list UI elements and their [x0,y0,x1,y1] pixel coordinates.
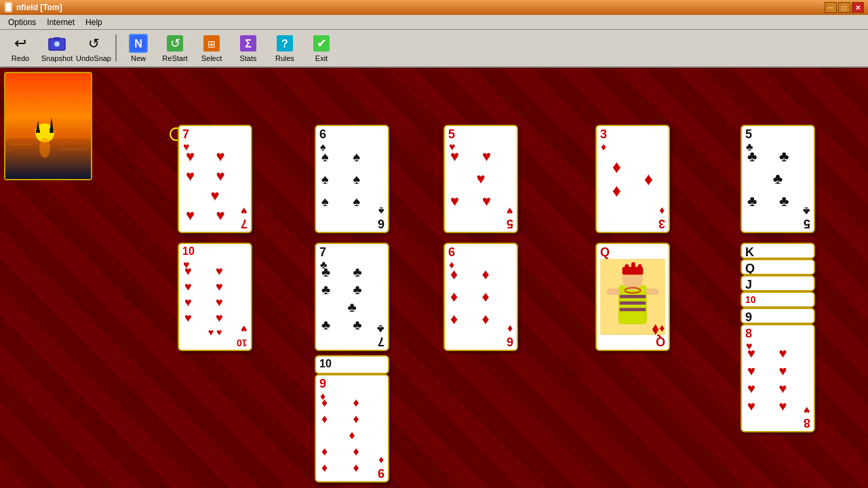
exit-button[interactable]: ✔ Exit [304,31,339,65]
redo-button[interactable]: ↩ Redo [3,31,38,65]
svg-rect-31 [620,302,646,305]
card-pips: ♣♣ ♣♣ ♣ ♣♣ [321,264,382,329]
svg-text:Σ: Σ [245,38,252,49]
card-suit-br: ♥ [804,404,810,416]
stats-icon: Σ [239,34,258,53]
card-10-hearts[interactable]: 10 ♥ ♥♥ ♥♥ ♥♥ ♥♥ ♥ ♥ 10 ♥ [178,243,252,351]
card-queen-diamonds[interactable]: Q ♦ [595,243,670,351]
card-suit-br: ♣ [803,205,810,217]
title-icon: 🂠 [4,3,12,12]
card-rank: 10 [745,295,756,304]
card-suit-br: ♥ [241,205,248,217]
card-rank: 5 [448,128,455,140]
card-rank-br: 7 [241,218,248,230]
rules-icon: ? [275,34,294,53]
card-suit-br: ♠ [378,205,384,217]
card-6-diamonds[interactable]: 6 ♦ ♦♦ ♦♦ ♦♦ 6 ♦ [443,243,518,351]
maximize-button[interactable]: □ [838,2,850,13]
svg-rect-30 [620,295,646,298]
card-rank: 8 [745,327,752,340]
card-rank: 7 [182,128,189,140]
select-icon: ⊞ [202,34,221,53]
card-queen-spades[interactable]: Q [741,259,815,275]
card-rank-br: 8 [804,417,810,429]
card-rank-br: 5 [804,218,810,230]
redo-label: Redo [12,54,29,62]
svg-text:?: ? [281,38,288,49]
menu-internet[interactable]: Internet [41,16,80,28]
snapshot-button[interactable]: Snapshot [39,31,75,65]
menu-help[interactable]: Help [80,16,108,28]
card-suit-br: ♣ [377,323,384,335]
card-pips: ♥♥ ♥♥ ♥♥ ♥♥ ♥ ♥ [184,264,245,329]
select-label: Select [201,54,222,62]
select-button[interactable]: ⊞ Select [194,31,229,65]
svg-rect-40 [646,289,658,296]
menu-options[interactable]: Options [3,16,41,28]
stats-button[interactable]: Σ Stats [231,31,266,65]
svg-rect-2 [54,37,60,40]
card-rank-br: 5 [507,218,513,230]
title-text: nfield [Tom] [16,3,62,12]
svg-text:✔: ✔ [317,37,327,50]
card-pips: ♦ ♦ ♦ [602,146,663,211]
card-rank: 10 [319,359,332,369]
svg-text:N: N [134,38,142,49]
svg-text:↺: ↺ [170,37,180,50]
card-suit-br: ♦ [659,205,665,217]
new-button[interactable]: N New [121,31,156,65]
card-5-hearts[interactable]: 5 ♥ ♥♥ ♥ ♥♥ 5 ♥ [443,125,518,233]
card-rank: 3 [600,128,607,140]
card-rank-br: 3 [658,218,665,230]
card-rank: 9 [319,378,326,390]
card-9-diamonds[interactable]: 9 ♦ ♦♦ ♦♦ ♦ ♦♦ ♦♦ 9 ♦ [315,374,389,483]
card-pips: ♠♠ ♠♠ ♠♠ [321,146,382,211]
card-7-clubs[interactable]: 7 ♣ ♣♣ ♣♣ ♣ ♣♣ 7 ♣ [315,243,389,351]
card-8-hearts[interactable]: 8 ♥ ♥♥ ♥♥ ♥♥ ♥♥ 8 ♥ [741,324,815,432]
snapshot-preview [4,72,92,180]
minimize-button[interactable]: ─ [825,2,837,13]
snapshot-icon [47,34,66,53]
card-9-spades[interactable]: 9 [741,308,815,324]
new-icon: N [129,34,148,53]
card-10-spades[interactable]: 10 ♠ [315,355,389,374]
card-rank-br: 7 [378,336,384,348]
restart-button[interactable]: ↺ ReStart [157,31,193,65]
card-pips: ♥♥ ♥♥ ♥ ♥♥ [184,146,245,211]
snapshot-label: Snapshot [41,54,73,62]
svg-point-3 [55,42,59,46]
card-pips: ♥♥ ♥♥ ♥♥ ♥♥ [747,346,808,411]
redo-icon: ↩ [11,34,30,53]
card-rank-br: 10 [237,338,248,348]
card-10-hearts-col5[interactable]: 10 [741,291,815,308]
close-button[interactable]: ✕ [852,2,864,13]
new-label: New [131,54,146,62]
titlebar: 🂠 nfield [Tom] ─ □ ✕ [0,0,868,15]
card-5-clubs[interactable]: 5 ♣ ♣♣ ♣ ♣♣ 5 ♣ [741,125,815,233]
restart-icon: ↺ [165,34,184,53]
card-king-spades[interactable]: K [741,243,815,259]
svg-rect-36 [631,262,635,269]
card-rank: J [745,279,752,291]
card-rank: 7 [319,246,326,258]
card-7-hearts[interactable]: 7 ♥ ♥♥ ♥♥ ♥ ♥♥ 7 ♥ [178,125,252,233]
card-rank: 5 [745,128,752,140]
toolbar: ↩ Redo Snapshot ↺ UndoSnap N New [0,30,868,68]
separator-1 [115,35,117,62]
svg-rect-35 [625,264,629,270]
card-pips: ♦♦ ♦♦ ♦ ♦♦ ♦♦ [321,396,382,461]
card-suit-br: ♥ [507,205,513,217]
card-jack-spades[interactable]: J [741,275,815,291]
undosnap-button[interactable]: ↺ UndoSnap [76,31,111,65]
card-3-diamonds[interactable]: 3 ♦ ♦ ♦ ♦ 3 ♦ [595,125,670,233]
card-suit-br: ♦ [378,454,384,466]
card-rank: 6 [448,246,455,258]
svg-rect-32 [620,308,646,311]
game-area[interactable]: 7 ♥ ♥♥ ♥♥ ♥ ♥♥ 7 ♥ 10 ♥ ♥♥ ♥♥ ♥♥ ♥♥ ♥ ♥ … [0,68,868,488]
card-rank: 9 [745,311,752,323]
card-6-spades[interactable]: 6 ♠ ♠♠ ♠♠ ♠♠ 6 ♠ [315,125,389,233]
rules-button[interactable]: ? Rules [267,31,302,65]
card-suit-br: ♦ [659,323,665,335]
card-suit-br: ♥ [241,323,248,335]
undosnap-icon: ↺ [84,34,103,53]
